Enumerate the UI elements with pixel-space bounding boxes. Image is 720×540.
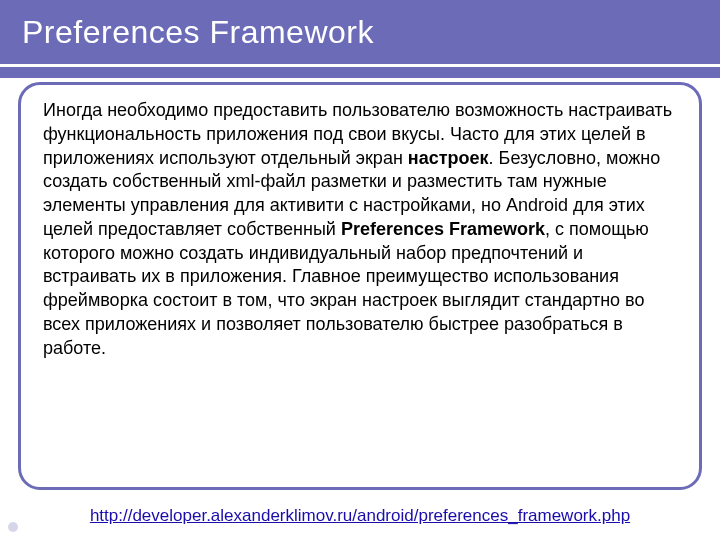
header-rule bbox=[0, 64, 720, 67]
body-paragraph: Иногда необходимо предоставить пользоват… bbox=[43, 99, 677, 360]
content-box: Иногда необходимо предоставить пользоват… bbox=[18, 82, 702, 490]
body-bold-2: Preferences Framework bbox=[341, 219, 545, 239]
body-bold-1: настроек bbox=[408, 148, 489, 168]
body-text-3: , с помощью которого можно создать индив… bbox=[43, 219, 649, 358]
slide-header: Preferences Framework bbox=[0, 0, 720, 78]
corner-dot-icon bbox=[8, 522, 18, 532]
slide-title: Preferences Framework bbox=[22, 14, 698, 51]
footer-link-wrap: http://developer.alexanderklimov.ru/andr… bbox=[0, 506, 720, 526]
source-link[interactable]: http://developer.alexanderklimov.ru/andr… bbox=[90, 506, 630, 525]
